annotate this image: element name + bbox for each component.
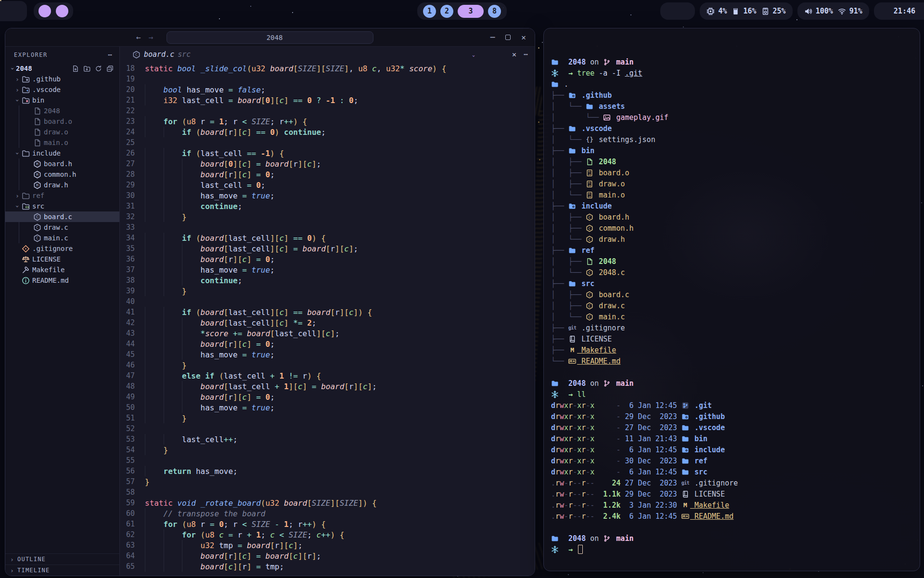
explorer-item-draw.h[interactable]: Hdraw.h xyxy=(5,180,119,190)
explorer-item-board.o[interactable]: board.o xyxy=(5,116,119,127)
code-text: has_move = true; xyxy=(145,264,275,275)
chevron-right-icon[interactable]: › xyxy=(14,192,21,199)
folder-icon xyxy=(681,457,689,465)
chevron-down-icon[interactable]: › xyxy=(14,97,21,104)
line-number: 42 xyxy=(120,318,145,327)
chevron-right-icon[interactable]: › xyxy=(14,86,21,93)
workspace-badge-3[interactable]: 3 xyxy=(458,5,484,18)
chevron-down-icon[interactable]: › xyxy=(14,150,21,157)
explorer-item-draw.c[interactable]: Cdraw.c xyxy=(5,222,119,233)
nav-forward-button[interactable]: → xyxy=(149,33,154,42)
perm-char: r xyxy=(555,457,560,465)
code-editor[interactable]: 18static bool _slide_col(u32 board[SIZE]… xyxy=(120,62,535,576)
minimize-button[interactable]: ─ xyxy=(490,33,495,42)
maximize-button[interactable] xyxy=(505,35,511,40)
explorer-item-.gitignore[interactable]: .gitignore xyxy=(5,243,119,254)
chex-icon: C xyxy=(33,213,41,221)
chex-t-icon: C xyxy=(586,302,593,310)
perm-char: - xyxy=(573,412,577,421)
code-line-53: 53last_cell++; xyxy=(120,434,535,445)
outline-panel-header[interactable]: ›OUTLINE xyxy=(5,553,119,565)
workspace-badge-1[interactable]: 1 xyxy=(423,5,436,18)
editor-more-button[interactable]: ⋯ xyxy=(524,50,528,59)
code-line-60: 60// transpose the board xyxy=(120,508,535,519)
explorer-item-2048[interactable]: 2048 xyxy=(5,105,119,116)
new-file-button[interactable] xyxy=(72,65,79,72)
line-number: 20 xyxy=(120,85,145,94)
split-editor-button[interactable] xyxy=(497,51,505,58)
weather-widget[interactable] xyxy=(660,2,695,20)
c-file-icon: C xyxy=(132,51,141,59)
svg-text:C: C xyxy=(589,315,591,319)
close-button[interactable]: ✕ xyxy=(521,33,526,42)
explorer-item-src[interactable]: ›src xyxy=(5,201,119,211)
vscode-titlebar[interactable]: ← → 2048 ─ ✕ xyxy=(5,28,535,47)
binary-icon: 0110 xyxy=(586,180,593,188)
nav-back-button[interactable]: ← xyxy=(136,33,141,42)
vscode-window: ← → 2048 ─ ✕ EXPLORER ⋯ ›2048›.github›.v… xyxy=(5,28,535,576)
perm-char: x xyxy=(590,401,594,410)
launcher-button[interactable] xyxy=(0,1,27,21)
explorer-item-bin[interactable]: ›bin xyxy=(5,95,119,105)
code-line-34: 34if (board[last_cell][c] == 0) { xyxy=(120,233,535,243)
code-text: static void _rotate_board(u32 board[SIZE… xyxy=(145,499,377,508)
explorer-item-include[interactable]: ›include xyxy=(5,148,119,158)
close-editor-button[interactable]: ✕ xyxy=(512,50,516,59)
settings-gear-button[interactable] xyxy=(482,51,490,58)
media-next-button[interactable] xyxy=(56,5,68,17)
audio-network-widget[interactable]: 100%91% xyxy=(797,2,869,20)
code-line-35: 35board[last_cell][c] = board[r][c]; xyxy=(120,243,535,254)
svg-text:C: C xyxy=(589,303,591,308)
terminal-window[interactable]: 2048 on main → tree -a -I .git .├── .git… xyxy=(543,28,920,571)
line-number: 40 xyxy=(120,297,145,306)
perm-char: . xyxy=(551,512,555,521)
explorer-item-main.o[interactable]: main.o xyxy=(5,137,119,148)
folder-github-o-icon xyxy=(22,75,30,83)
new-folder-button[interactable] xyxy=(83,65,90,72)
refresh-explorer-button[interactable] xyxy=(95,65,102,72)
collapse-folders-button[interactable] xyxy=(106,65,114,72)
chex-icon: C xyxy=(33,234,41,242)
listing-row: drwxr-xr-x - 11 Jan 21:43 bin xyxy=(551,433,920,444)
chevron-right-icon[interactable]: › xyxy=(14,76,21,83)
file-size: - xyxy=(594,412,620,421)
tree-guide: │ ├── xyxy=(551,158,586,166)
chevron-down-icon[interactable]: › xyxy=(9,65,16,72)
explorer-item-.vscode[interactable]: ›.vscode xyxy=(5,84,119,95)
command-center-search[interactable]: 2048 xyxy=(167,31,373,44)
explorer-item-common.h[interactable]: Hcommon.h xyxy=(5,169,119,180)
line-number: 23 xyxy=(120,117,145,126)
file-date: 29 Dec 2023 xyxy=(621,490,681,499)
gitdiamond-icon xyxy=(22,245,30,253)
file-name: .gitignore xyxy=(690,479,738,487)
media-prev-button[interactable] xyxy=(38,5,51,17)
explorer-item-LICENSE[interactable]: LICENSE xyxy=(5,254,119,264)
workspace-badge-2[interactable]: 2 xyxy=(440,5,453,18)
perm-char: d xyxy=(551,423,555,432)
explorer-item-main.c[interactable]: Cmain.c xyxy=(5,233,119,243)
timeline-panel-header[interactable]: ›TIMELINE xyxy=(5,565,119,576)
tree-entry-name: board.c xyxy=(594,290,629,299)
explorer-item-README.md[interactable]: README.md xyxy=(5,275,119,286)
explorer-item-2048[interactable]: ›2048 xyxy=(5,63,119,74)
workspace-badge-8[interactable]: 8 xyxy=(488,5,501,18)
code-line-56: 56return has_move; xyxy=(120,466,535,476)
explorer-item-.github[interactable]: ›.github xyxy=(5,74,119,84)
code-line-63: 63u32 tmp = board[r][c]; xyxy=(120,540,535,551)
tree-entry-name: include xyxy=(577,202,612,210)
run-debug-button[interactable] xyxy=(462,51,470,58)
explorer-item-board.h[interactable]: Hboard.h xyxy=(5,158,119,169)
resource-monitor[interactable]: 4%16%25% xyxy=(700,2,792,20)
run-dropdown-icon[interactable]: ⌄ xyxy=(472,52,475,57)
clock-widget[interactable]: 21:46 xyxy=(874,2,924,20)
explorer-more-button[interactable]: ⋯ xyxy=(108,51,113,59)
explorer-item-draw.o[interactable]: draw.o xyxy=(5,127,119,137)
breadcrumb[interactable]: C board.c src xyxy=(132,50,191,59)
explorer-item-Makefile[interactable]: Makefile xyxy=(5,264,119,275)
explorer-item-ref[interactable]: ›ref xyxy=(5,190,119,201)
editor-pane[interactable]: C board.c src ⌄ ✕ ⋯ 18static bool _slide… xyxy=(120,47,535,576)
explorer-item-board.c[interactable]: Cboard.c xyxy=(5,211,119,222)
outline-label: OUTLINE xyxy=(17,556,46,563)
chevron-down-icon[interactable]: › xyxy=(14,203,21,210)
line-number: 18 xyxy=(120,64,145,73)
